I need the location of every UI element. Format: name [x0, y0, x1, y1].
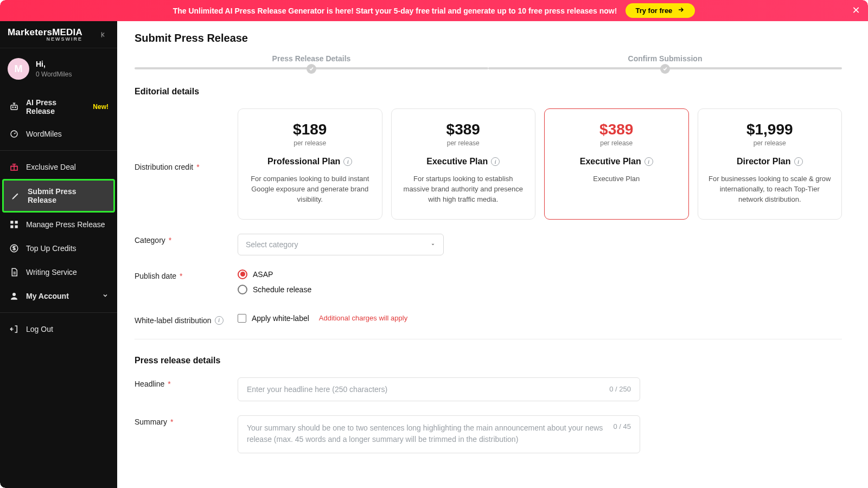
headline-label: Headline*	[135, 377, 238, 388]
row-headline: Headline* Enter your headline here (250 …	[135, 377, 842, 401]
summary-textarea[interactable]: Your summary should be one to two senten…	[238, 415, 640, 453]
info-icon[interactable]: i	[215, 316, 224, 325]
sidebar-item-label: Top Up Credits	[26, 244, 76, 253]
stepper: Press Release Details Confirm Submission	[135, 54, 842, 69]
try-for-free-button[interactable]: Try for free	[626, 3, 695, 18]
banner-cta-label: Try for free	[635, 7, 672, 15]
publish-asap-radio[interactable]: ASAP	[238, 269, 842, 279]
required-mark: *	[170, 418, 173, 426]
gift-icon	[9, 162, 20, 172]
step-confirm-submission: Confirm Submission	[488, 54, 842, 69]
row-publish-date: Publish date* ASAP Schedule release	[135, 269, 842, 300]
required-mark: *	[180, 272, 182, 280]
svg-rect-7	[10, 226, 13, 228]
sidebar-item-ai-press-release[interactable]: AI Press Release New!	[0, 92, 117, 122]
publish-schedule-radio[interactable]: Schedule release	[238, 285, 842, 294]
divider	[0, 150, 117, 151]
grid-icon	[9, 219, 20, 230]
row-distribution-credit: Distribution credit* $189 per release Pr…	[135, 108, 842, 220]
plan-desc: For businesses looking to scale & grow i…	[708, 174, 832, 205]
sidebar-item-label: WordMiles	[26, 130, 62, 138]
page-title: Submit Press Release	[135, 32, 842, 44]
svg-rect-5	[10, 221, 13, 223]
row-category: Category* Select category	[135, 234, 842, 255]
user-greeting: Hi,	[36, 60, 72, 68]
plan-name-text: Executive Plan	[580, 157, 641, 166]
summary-label: Summary*	[135, 415, 238, 426]
publish-date-label: Publish date*	[135, 269, 238, 280]
required-mark: *	[196, 163, 199, 171]
sidebar: MarketersMEDIA NEWSWIRE M Hi, 0 WordMile…	[0, 21, 117, 488]
sidebar-item-wordmiles[interactable]: WordMiles	[0, 122, 117, 146]
textarea-placeholder: Your summary should be one to two senten…	[247, 422, 608, 446]
avatar-initial: M	[15, 63, 23, 75]
plan-professional[interactable]: $189 per release Professional Plani For …	[238, 108, 382, 220]
svg-rect-8	[15, 226, 18, 228]
radio-label: ASAP	[253, 270, 273, 279]
headline-input[interactable]: Enter your headline here (250 characters…	[238, 377, 640, 401]
divider	[0, 312, 117, 313]
close-icon[interactable]	[852, 4, 860, 17]
info-icon[interactable]: i	[644, 157, 653, 166]
brand-line2: NEWSWIRE	[46, 37, 82, 42]
plan-name: Executive Plani	[580, 157, 653, 166]
plan-price: $389	[401, 121, 526, 138]
user-text: Hi, 0 WordMiles	[36, 60, 72, 78]
label-text: Category	[135, 236, 165, 245]
collapse-sidebar-icon[interactable]	[98, 29, 110, 41]
sidebar-item-my-account[interactable]: My Account	[0, 284, 117, 308]
plan-executive-2[interactable]: $389 per release Executive Plani Executi…	[544, 108, 689, 220]
svg-rect-0	[11, 105, 17, 110]
plan-per: per release	[401, 139, 526, 147]
dollar-icon	[9, 243, 20, 254]
plan-name: Director Plani	[737, 157, 803, 166]
checkbox-label: Apply white-label	[252, 314, 309, 323]
info-icon[interactable]: i	[343, 157, 352, 166]
label-text: White-label distribution	[135, 316, 212, 325]
section-editorial-details: Editorial details	[135, 87, 842, 97]
top-banner: The Unlimited AI Press Release Generator…	[0, 0, 868, 21]
divider	[135, 339, 842, 339]
plan-price: $389	[554, 121, 679, 138]
plan-name: Executive Plani	[426, 157, 500, 166]
document-icon	[9, 267, 20, 278]
plan-list: $189 per release Professional Plani For …	[238, 108, 842, 220]
sidebar-item-exclusive-deal[interactable]: Exclusive Deal	[0, 155, 117, 179]
sidebar-item-label: Submit Press Release	[28, 187, 107, 204]
label-text: Summary	[135, 418, 167, 426]
svg-point-10	[12, 293, 16, 296]
radio-label: Schedule release	[253, 285, 311, 294]
white-label-checkbox-row[interactable]: Apply white-label Additional charges wil…	[238, 314, 842, 323]
main-content: Submit Press Release Press Release Detai…	[117, 21, 868, 488]
row-summary: Summary* Your summary should be one to t…	[135, 415, 842, 453]
banner-text: The Unlimited AI Press Release Generator…	[173, 7, 617, 15]
plan-desc: Executive Plan	[554, 174, 679, 184]
section-press-release-details: Press release details	[135, 356, 842, 365]
plan-name-text: Professional Plan	[267, 157, 340, 166]
label-text: Publish date	[135, 272, 176, 280]
plan-desc: For startups looking to establish massiv…	[401, 174, 526, 205]
plan-director[interactable]: $1,999 per release Director Plani For bu…	[698, 108, 843, 220]
sidebar-item-label: AI Press Release	[26, 98, 84, 115]
check-icon	[307, 64, 316, 74]
category-select[interactable]: Select category	[238, 234, 444, 255]
step-press-release-details: Press Release Details	[135, 54, 488, 69]
category-label: Category*	[135, 234, 238, 245]
sidebar-item-manage-press-release[interactable]: Manage Press Release	[0, 213, 117, 236]
sidebar-item-writing-service[interactable]: Writing Service	[0, 260, 117, 284]
sidebar-item-label: Writing Service	[26, 268, 77, 277]
sidebar-item-label: My Account	[26, 292, 69, 300]
plan-name: Professional Plani	[267, 157, 352, 166]
info-icon[interactable]: i	[794, 157, 803, 166]
sidebar-item-label: Exclusive Deal	[26, 163, 76, 171]
sidebar-item-label: Manage Press Release	[26, 220, 105, 229]
sidebar-item-submit-press-release[interactable]: Submit Press Release	[2, 179, 115, 213]
sidebar-item-logout[interactable]: Log Out	[0, 317, 117, 341]
sidebar-item-topup-credits[interactable]: Top Up Credits	[0, 236, 117, 260]
input-placeholder: Enter your headline here (250 characters…	[247, 385, 387, 394]
plan-executive-1[interactable]: $389 per release Executive Plani For sta…	[391, 108, 536, 220]
required-mark: *	[168, 380, 170, 388]
sidebar-item-label: Log Out	[26, 325, 53, 333]
step-label: Confirm Submission	[488, 54, 842, 63]
info-icon[interactable]: i	[491, 157, 500, 166]
